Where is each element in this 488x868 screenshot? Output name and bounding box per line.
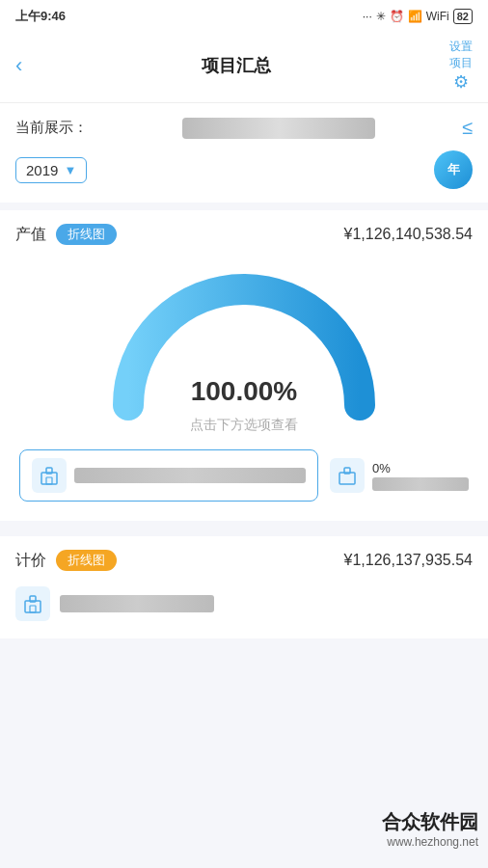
production-label: 产值 xyxy=(15,225,46,245)
project-item-info: 0% xyxy=(372,461,469,491)
status-icons: ··· ✳ ⏰ 📶 WiFi 82 xyxy=(363,9,473,24)
gauge-container: 100.00% xyxy=(15,260,473,407)
gear-icon: ⚙ xyxy=(453,71,469,93)
svg-rect-5 xyxy=(25,601,41,612)
svg-rect-0 xyxy=(41,473,57,484)
project-icon-sm xyxy=(337,465,358,486)
settings-button[interactable]: 设置 项目 ⚙ xyxy=(449,39,473,93)
pricing-value: ¥1,126,137,935.54 xyxy=(344,552,473,569)
pricing-card: 计价 折线图 ¥1,126,137,935.54 xyxy=(0,536,488,638)
pricing-item-icon xyxy=(15,586,50,621)
year-dropdown-icon: ▼ xyxy=(64,163,76,177)
project-items-row: 0% xyxy=(15,449,473,502)
battery-badge: 82 xyxy=(453,9,473,24)
svg-rect-3 xyxy=(339,473,355,484)
signal-icon: 📶 xyxy=(408,10,422,23)
pricing-item-bar xyxy=(60,595,214,612)
watermark: 合众软件园 www.hezhong.net xyxy=(382,809,478,849)
metric-header-left: 产值 折线图 xyxy=(15,224,117,245)
status-time: 上午9:46 xyxy=(15,8,66,25)
watermark-name: 合众软件园 xyxy=(382,809,478,835)
pricing-building-icon xyxy=(22,593,43,614)
project-icon-primary xyxy=(32,458,67,493)
back-button[interactable]: ‹ xyxy=(15,55,22,76)
pricing-bottom-row xyxy=(15,586,473,625)
dots-icon: ··· xyxy=(363,10,372,23)
display-card: 当前展示： ≤ 2019 ▼ 年 xyxy=(0,103,488,203)
settings-label-line2: 项目 xyxy=(449,55,473,71)
project-percent: 0% xyxy=(372,461,469,475)
project-bar-sm xyxy=(372,477,469,491)
project-icon-secondary xyxy=(330,458,365,493)
display-bar xyxy=(182,118,375,139)
production-header: 产值 折线图 ¥1,126,140,538.54 xyxy=(15,224,473,245)
year-value: 2019 xyxy=(26,162,58,178)
filter-icon[interactable]: ≤ xyxy=(462,117,473,139)
gauge-percent: 100.00% xyxy=(191,376,298,407)
year-select[interactable]: 2019 ▼ xyxy=(15,157,87,183)
page-title: 项目汇总 xyxy=(202,54,271,77)
production-tag[interactable]: 折线图 xyxy=(56,224,117,245)
building-icon xyxy=(39,465,60,486)
watermark-url: www.hezhong.net xyxy=(382,835,478,849)
svg-rect-2 xyxy=(46,477,52,484)
nav-bar: ‹ 项目汇总 设置 项目 ⚙ xyxy=(0,29,488,103)
display-row: 当前展示： ≤ xyxy=(15,117,473,139)
alarm-icon: ⏰ xyxy=(390,10,404,23)
pricing-header: 计价 折线图 ¥1,126,137,935.54 xyxy=(15,550,473,571)
pricing-header-left: 计价 折线图 xyxy=(15,550,117,571)
svg-rect-7 xyxy=(30,606,36,612)
pricing-label: 计价 xyxy=(15,551,46,571)
pricing-tag[interactable]: 折线图 xyxy=(56,550,117,571)
chart-card: 产值 折线图 ¥1,126,140,538.54 100.00% 点击下方选项查… xyxy=(0,210,488,521)
wifi-icon: WiFi xyxy=(426,10,449,23)
year-badge[interactable]: 年 xyxy=(434,150,473,189)
year-row: 2019 ▼ 年 xyxy=(15,150,473,189)
display-label: 当前展示： xyxy=(15,119,88,137)
project-item-secondary[interactable]: 0% xyxy=(330,458,469,493)
gauge-hint: 点击下方选项查看 xyxy=(15,417,473,434)
project-item-bar-primary xyxy=(74,468,306,483)
project-item-primary[interactable] xyxy=(19,449,318,502)
status-bar: 上午9:46 ··· ✳ ⏰ 📶 WiFi 82 xyxy=(0,0,488,29)
section-divider xyxy=(0,521,488,529)
settings-label-line1: 设置 xyxy=(449,39,473,55)
production-value: ¥1,126,140,538.54 xyxy=(344,226,473,243)
bluetooth-icon: ✳ xyxy=(376,10,386,23)
